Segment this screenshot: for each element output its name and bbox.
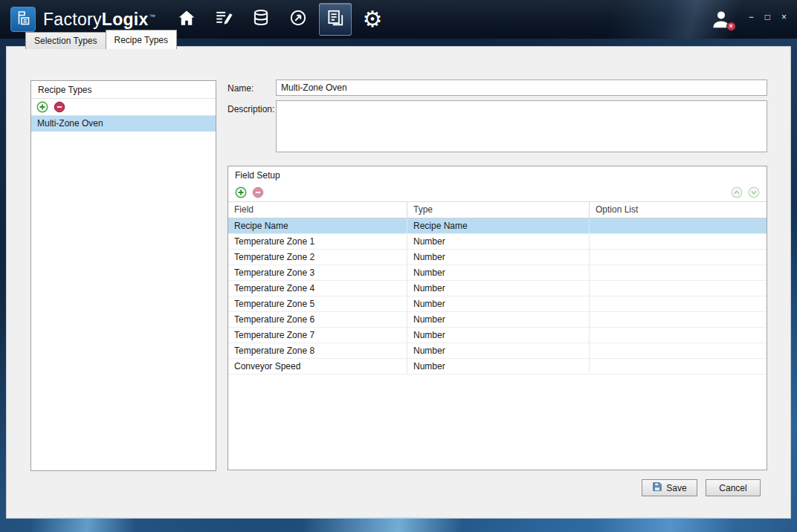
edit-list-icon (214, 8, 233, 30)
move-field-up-button[interactable] (731, 186, 743, 198)
compass-icon (288, 8, 308, 30)
table-cell: Temperature Zone 4 (228, 281, 407, 296)
home-icon (177, 8, 196, 30)
recipe-types-toolbar (31, 99, 216, 116)
move-field-down-button[interactable] (748, 186, 760, 198)
window-frame-decoration (0, 517, 797, 532)
table-cell: Number (407, 343, 590, 358)
table-cell: Temperature Zone 3 (228, 265, 407, 280)
remove-field-button[interactable] (252, 186, 264, 198)
table-cell (590, 265, 767, 280)
table-cell (590, 250, 767, 265)
app-window: FactoryLogix™ (0, 0, 797, 532)
user-button[interactable]: × (710, 8, 732, 30)
recipe-types-box-header: Recipe Types (31, 81, 216, 99)
add-field-button[interactable] (235, 186, 247, 198)
table-cell (590, 328, 767, 343)
table-cell: Number (407, 250, 590, 265)
table-cell (590, 343, 767, 358)
factorylogix-logo (10, 7, 36, 32)
table-cell: Recipe Name (228, 218, 407, 233)
description-label: Description: (228, 104, 274, 114)
table-cell (590, 359, 767, 374)
table-cell: Number (407, 281, 590, 296)
app-brand: FactoryLogix™ (43, 10, 155, 30)
brand-trademark: ™ (149, 13, 155, 20)
nav-database-button[interactable] (245, 3, 277, 36)
table-cell (590, 234, 767, 249)
nav-edit-list-button[interactable] (207, 3, 240, 36)
table-cell: Number (407, 234, 590, 249)
table-row[interactable]: Conveyor SpeedNumber (228, 359, 767, 374)
brand-factory: Factory (43, 10, 102, 29)
documents-icon (326, 8, 345, 30)
content-panel: Selection Types Recipe Types Recipe Type… (6, 46, 791, 519)
table-cell (590, 281, 767, 296)
table-row[interactable]: Temperature Zone 7Number (228, 328, 767, 343)
table-row[interactable]: Temperature Zone 8Number (228, 343, 767, 359)
logout-badge-icon: × (726, 22, 736, 31)
table-cell (590, 218, 767, 233)
table-cell (590, 312, 767, 327)
column-header[interactable]: Option List (590, 202, 767, 218)
main-nav: ⚙ (170, 3, 389, 36)
name-label: Name: (228, 83, 254, 94)
field-setup-box: Field Setup FieldTypeOption List Recipe … (228, 166, 767, 470)
brand-logix: Logix (102, 10, 149, 29)
save-button[interactable]: Save (642, 479, 697, 496)
table-row[interactable]: Temperature Zone 3Number (228, 265, 767, 281)
minimize-button[interactable]: − (749, 12, 754, 22)
save-icon (652, 481, 662, 494)
table-row[interactable]: Temperature Zone 4Number (228, 281, 767, 296)
table-cell: Temperature Zone 2 (228, 250, 407, 265)
field-table-header-row: FieldTypeOption List (228, 201, 767, 218)
field-setup-toolbar (228, 184, 767, 201)
table-cell: Temperature Zone 6 (228, 312, 407, 327)
recipe-type-list-item[interactable]: Multi-Zone Oven (31, 116, 216, 132)
cancel-button[interactable]: Cancel (706, 479, 761, 496)
column-header[interactable]: Field (228, 202, 407, 218)
tabstrip: Selection Types Recipe Types (25, 30, 176, 49)
add-recipe-type-button[interactable] (36, 101, 48, 113)
table-cell: Number (407, 296, 590, 311)
nav-documents-button[interactable] (319, 3, 352, 36)
remove-recipe-type-button[interactable] (54, 101, 65, 113)
table-cell (590, 296, 767, 311)
table-cell: Temperature Zone 1 (228, 234, 407, 249)
field-table-body: Recipe NameRecipe NameTemperature Zone 1… (228, 218, 767, 374)
table-row[interactable]: Temperature Zone 6Number (228, 312, 767, 328)
maximize-button[interactable]: □ (765, 12, 770, 22)
close-button[interactable]: × (781, 12, 787, 22)
description-input[interactable] (276, 100, 767, 152)
save-button-label: Save (666, 483, 686, 493)
recipe-type-list: Multi-Zone Oven (31, 116, 216, 132)
table-cell: Number (407, 328, 590, 343)
window-controls: − □ × (749, 12, 787, 22)
table-row[interactable]: Temperature Zone 5Number (228, 296, 767, 312)
field-setup-header: Field Setup (228, 166, 767, 184)
tab-recipe-types[interactable]: Recipe Types (106, 30, 178, 49)
factorylogix-logo-icon (14, 9, 32, 30)
table-cell: Number (407, 359, 590, 374)
name-input[interactable] (276, 80, 767, 96)
table-row[interactable]: Temperature Zone 2Number (228, 250, 767, 265)
database-icon (251, 8, 271, 30)
table-cell: Conveyor Speed (228, 359, 407, 374)
gear-icon: ⚙ (363, 8, 383, 30)
tab-selection-types[interactable]: Selection Types (25, 32, 106, 49)
table-cell: Number (407, 312, 590, 327)
nav-compass-button[interactable] (282, 3, 314, 36)
nav-settings-button[interactable]: ⚙ (356, 3, 389, 36)
table-cell: Temperature Zone 8 (228, 343, 407, 358)
titlebar-right: × − □ × (710, 8, 787, 30)
table-cell: Number (407, 265, 590, 280)
table-row[interactable]: Temperature Zone 1Number (228, 234, 767, 250)
column-header[interactable]: Type (407, 202, 590, 218)
table-cell: Recipe Name (407, 218, 590, 233)
recipe-types-box: Recipe Types Multi-Zone Oven (30, 80, 216, 471)
cancel-button-label: Cancel (719, 483, 746, 493)
table-cell: Temperature Zone 7 (228, 328, 407, 343)
table-row[interactable]: Recipe NameRecipe Name (228, 218, 767, 234)
table-cell: Temperature Zone 5 (228, 296, 407, 311)
